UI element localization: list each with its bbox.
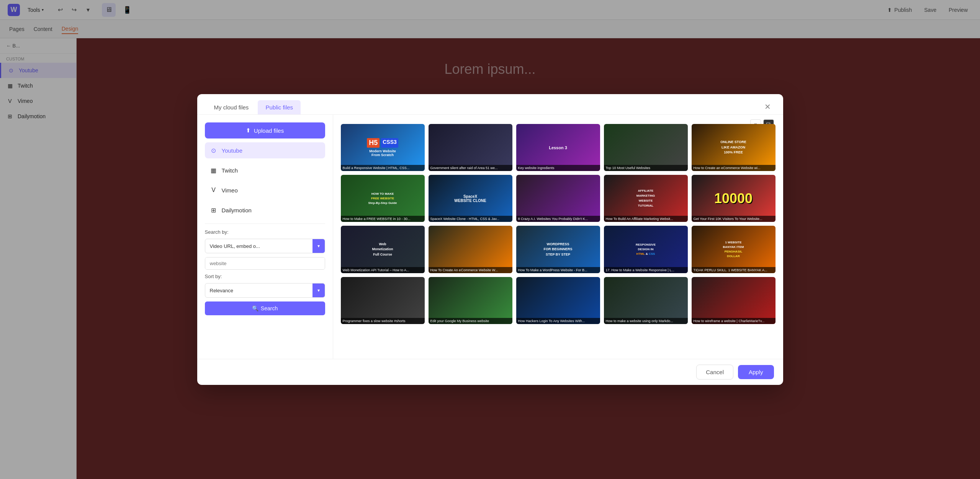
video-thumb-5[interactable]: ONLINE STORELIKE AMAZON100% FREE How to …: [692, 124, 775, 171]
video-title-9: How To Build An Affiliate Marketing Webs…: [604, 216, 688, 222]
video-title-19: How to make a website using only Markdo.…: [604, 318, 688, 324]
video-thumb-7[interactable]: SpaceXWEBSITE CLONE SpaceX Website Clone…: [429, 175, 512, 222]
source-vimeo-label: Vimeo: [222, 187, 238, 194]
video-thumb-11[interactable]: WebMonetizationFull Course Web Monetizat…: [341, 226, 425, 273]
upload-files-button[interactable]: ⬆ Upload files: [205, 122, 325, 138]
video-thumb-2[interactable]: Government silent after raid of Area 51 …: [429, 124, 512, 171]
source-twitch-icon: ▦: [209, 166, 218, 174]
video-thumb-4[interactable]: Top 10 Most Useful Websites: [604, 124, 688, 171]
video-thumb-12[interactable]: How To Create An eCommerce Website W...: [429, 226, 512, 273]
video-title-20: How to wireframe a website | CharlieMari…: [692, 318, 775, 324]
video-title-10: Get Your First 10K Visitors To Your Webs…: [692, 216, 775, 222]
source-youtube[interactable]: ⊙ Youtube: [205, 142, 325, 158]
sort-by-arrow-icon[interactable]: ▾: [312, 283, 325, 297]
media-grid-area: ≡ ☑ H5 CSS3 Modern WebsiteFrom Scratch: [333, 115, 783, 359]
tab-public-files[interactable]: Public files: [258, 100, 301, 114]
source-dailymotion-icon: ⊞: [209, 206, 218, 214]
video-title-7: SpaceX Website Clone - HTML, CSS & Jav..…: [429, 216, 512, 222]
video-thumb-16[interactable]: Programmer fixes a slow website #shorts: [341, 277, 425, 324]
video-thumb-18[interactable]: How Hackers Login To Any Websites With..…: [516, 277, 600, 324]
video-title-17: Edit your Google My Business website: [429, 318, 512, 324]
media-left-panel: ⬆ Upload files ⊙ Youtube ▦ Twitch V Vime…: [197, 115, 333, 359]
video-title-6: How to Make a FREE WEBSITE in 10 - 30...: [341, 216, 425, 222]
search-button[interactable]: 🔍 Search: [205, 301, 325, 315]
tab-my-cloud-files[interactable]: My cloud files: [206, 100, 257, 114]
video-thumb-8[interactable]: 8 Crazy A.I. Websites You Probably Didn'…: [516, 175, 600, 222]
video-grid: H5 CSS3 Modern WebsiteFrom Scratch Build…: [341, 124, 775, 324]
cancel-button[interactable]: Cancel: [696, 365, 733, 380]
search-input[interactable]: [205, 257, 325, 269]
modal-footer: Cancel Apply: [197, 359, 783, 385]
sort-by-value: Relevance: [205, 285, 312, 297]
video-thumb-10[interactable]: 10000 Get Your First 10K Visitors To You…: [692, 175, 775, 222]
source-vimeo-icon: V: [209, 186, 218, 194]
modal-overlay: My cloud files Public files ✕ ⬆ Upload f…: [0, 0, 980, 479]
search-by-dropdown[interactable]: Video URL, embed o... ▾: [205, 239, 325, 253]
source-dailymotion[interactable]: ⊞ Dailymotion: [205, 202, 325, 218]
apply-button[interactable]: Apply: [738, 365, 774, 379]
search-by-value: Video URL, embed o...: [205, 240, 312, 252]
upload-label: Upload files: [254, 127, 284, 134]
video-thumb-14[interactable]: RESPONSIVEDESIGN INHTML & CSS 17. How to…: [604, 226, 688, 273]
modal-body: ⬆ Upload files ⊙ Youtube ▦ Twitch V Vime…: [197, 115, 783, 359]
modal-header: My cloud files Public files ✕: [197, 94, 783, 114]
video-title-1: Build a Responsive Website | HTML, CSS..…: [341, 165, 425, 171]
video-title-18: How Hackers Login To Any Websites With..…: [516, 318, 600, 324]
video-title-4: Top 10 Most Useful Websites: [604, 165, 688, 171]
video-title-12: How To Create An eCommerce Website W...: [429, 267, 512, 273]
video-title-13: How To Make a WordPress Website - For B.…: [516, 267, 600, 273]
video-title-15: TIDAK PERLU SKILL. 1 WEBSITE BANYAK A...: [692, 267, 775, 273]
video-thumb-6[interactable]: HOW TO MAKEFREE WEBSITEStep-By-Step Guid…: [341, 175, 425, 222]
video-thumb-15[interactable]: 1 WEBSITEBANYAK ITEMPENGHASILDOLLAR TIDA…: [692, 226, 775, 273]
modal-close-button[interactable]: ✕: [762, 101, 774, 113]
video-title-14: 17. How to Make a Website Responsive | L…: [604, 267, 688, 273]
search-by-arrow-icon[interactable]: ▾: [312, 239, 325, 253]
video-thumb-17[interactable]: Edit your Google My Business website: [429, 277, 512, 324]
video-title-16: Programmer fixes a slow website #shorts: [341, 318, 425, 324]
video-thumb-19[interactable]: How to make a website using only Markdo.…: [604, 277, 688, 324]
video-title-2: Government silent after raid of Area 51 …: [429, 165, 512, 171]
video-title-3: Key website ingredients: [516, 165, 600, 171]
modal: My cloud files Public files ✕ ⬆ Upload f…: [197, 94, 783, 385]
source-twitch[interactable]: ▦ Twitch: [205, 162, 325, 178]
video-thumb-13[interactable]: WORDPRESSFOR BEGINNERSSTEP BY STEP How T…: [516, 226, 600, 273]
sort-by-dropdown[interactable]: Relevance ▾: [205, 283, 325, 298]
source-youtube-icon: ⊙: [209, 146, 218, 155]
source-dailymotion-label: Dailymotion: [222, 207, 252, 213]
sort-by-label: Sort by:: [205, 274, 325, 279]
video-title-8: 8 Crazy A.I. Websites You Probably Didn'…: [516, 216, 600, 222]
upload-icon: ⬆: [246, 127, 251, 134]
source-vimeo[interactable]: V Vimeo: [205, 182, 325, 198]
video-thumb-1[interactable]: H5 CSS3 Modern WebsiteFrom Scratch Build…: [341, 124, 425, 171]
source-twitch-label: Twitch: [222, 167, 238, 174]
search-label: Search: [261, 305, 278, 311]
search-by-label: Search by:: [205, 229, 325, 235]
search-icon: 🔍: [252, 305, 258, 311]
video-thumb-20[interactable]: How to wireframe a website | CharlieMari…: [692, 277, 775, 324]
video-thumb-3[interactable]: Lesson 3 Key website ingredients: [516, 124, 600, 171]
video-title-11: Web Monetization API Tutorial – How to A…: [341, 267, 425, 273]
video-title-5: How to Create an eCommerce Website wi...: [692, 165, 775, 171]
video-thumb-9[interactable]: AFFILIATEMARKETINGWEBSITETUTORIAL How To…: [604, 175, 688, 222]
source-youtube-label: Youtube: [222, 147, 243, 154]
search-input-wrapper: [205, 257, 325, 270]
